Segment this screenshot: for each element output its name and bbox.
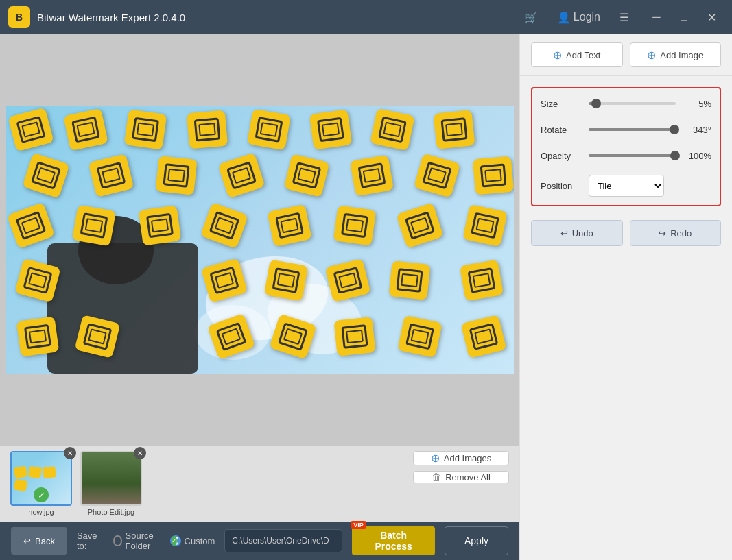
left-panel: ✕ ✓ how.jp — [0, 34, 519, 560]
image-canvas-area — [0, 34, 519, 446]
opacity-control-row: Opacity 100% — [541, 149, 711, 162]
login-button[interactable]: 👤 Login — [553, 8, 604, 27]
add-text-plus-icon: ⊕ — [553, 49, 562, 62]
watermark-tile — [263, 260, 307, 302]
redo-button[interactable]: ↪ Redo — [630, 220, 722, 246]
rotate-track — [589, 128, 676, 131]
back-label: Back — [35, 536, 55, 546]
vip-badge: VIP — [351, 521, 366, 529]
main-image — [6, 106, 514, 374]
add-image-button[interactable]: ⊕ Add Image — [630, 42, 722, 67]
watermark-tile — [71, 205, 115, 247]
login-label: Login — [574, 11, 600, 23]
source-folder-label: Source Folder — [126, 531, 163, 551]
cart-icon: 🛒 — [524, 11, 538, 24]
controls-panel: Size 5% Rotate — [520, 76, 732, 560]
source-folder-radio[interactable] — [113, 535, 121, 546]
rotate-fill — [589, 128, 672, 131]
back-button[interactable]: ↩ Back — [11, 527, 67, 555]
size-thumb[interactable] — [591, 99, 601, 108]
bottom-strip: ✕ ✓ how.jp — [0, 446, 519, 522]
custom-check: ✓ — [172, 536, 177, 546]
source-folder-option[interactable]: Source Folder — [113, 531, 163, 551]
apply-label: Apply — [464, 535, 488, 546]
plus-icon: ⊕ — [431, 452, 440, 465]
app-title: Bitwar Watermark Expert 2.0.4.0 — [37, 12, 520, 23]
maximize-button[interactable]: □ — [672, 5, 696, 29]
user-icon: 👤 — [557, 11, 571, 24]
watermark-tile — [309, 109, 352, 149]
rotate-value: 343° — [683, 125, 711, 135]
rotate-label: Rotate — [541, 125, 582, 135]
watermark-tile — [155, 156, 197, 195]
undo-button[interactable]: ↩ Undo — [531, 220, 623, 246]
thumbnail-label: how.jpg — [10, 508, 72, 516]
watermark-tile — [246, 109, 290, 151]
size-slider[interactable] — [589, 97, 676, 110]
trash-icon: 🗑 — [432, 472, 441, 483]
add-images-button[interactable]: ⊕ Add Images — [413, 451, 509, 465]
thumbnail-label: Photo Edit.jpg — [80, 508, 142, 516]
size-value: 5% — [683, 99, 711, 109]
thumb-close-icon[interactable]: ✕ — [64, 447, 76, 459]
opacity-label: Opacity — [541, 151, 582, 161]
rotate-slider[interactable] — [589, 123, 676, 136]
opacity-track — [589, 154, 676, 157]
opacity-thumb[interactable] — [670, 151, 680, 160]
watermark-tile — [16, 316, 59, 356]
remove-all-label: Remove All — [445, 472, 491, 483]
position-select[interactable]: Tile Center Top Left Top Right Bottom Le… — [589, 175, 664, 197]
redo-icon: ↪ — [659, 228, 666, 239]
add-image-label: Add Image — [660, 50, 703, 60]
position-row: Position Tile Center Top Left Top Right … — [541, 175, 711, 197]
main-layout: ✕ ✓ how.jp — [0, 34, 732, 560]
watermark-tile — [472, 156, 513, 195]
thumb-check-icon: ✓ — [34, 487, 49, 502]
path-input[interactable] — [224, 529, 342, 552]
watermark-tile — [186, 110, 227, 149]
thumbnail-list: ✕ ✓ how.jp — [10, 451, 413, 516]
menu-icon: ☰ — [619, 11, 629, 24]
rotate-thumb[interactable] — [670, 125, 679, 134]
undo-redo-row: ↩ Undo ↪ Redo — [531, 220, 721, 246]
size-control-row: Size 5% — [541, 97, 711, 110]
add-images-label: Add Images — [444, 453, 491, 463]
batch-process-button[interactable]: VIP Batch Process — [352, 526, 435, 555]
window-controls: ─ □ ✕ — [644, 5, 724, 29]
thumbnail-item[interactable]: ✕ ✓ how.jp — [10, 451, 72, 516]
menu-button[interactable]: ☰ — [615, 8, 633, 27]
custom-radio[interactable]: ✓ — [170, 535, 181, 546]
undo-label: Undo — [572, 228, 593, 239]
watermark-tile — [433, 110, 475, 149]
save-options: Source Folder ✓ Custom — [113, 531, 215, 551]
size-track — [589, 102, 676, 105]
add-buttons-row: ⊕ Add Text ⊕ Add Image — [520, 34, 732, 76]
watermark-tile — [138, 205, 181, 245]
custom-label: Custom — [185, 536, 215, 546]
app-logo: B — [8, 6, 30, 28]
watermark-tile — [333, 317, 375, 356]
titlebar: B Bitwar Watermark Expert 2.0.4.0 🛒 👤 Lo… — [0, 0, 732, 34]
apply-button[interactable]: Apply — [445, 526, 508, 555]
watermark-tile — [388, 260, 430, 300]
right-panel: ⊕ Add Text ⊕ Add Image Size — [519, 34, 732, 560]
add-text-button[interactable]: ⊕ Add Text — [531, 42, 623, 67]
opacity-value: 100% — [683, 151, 711, 161]
thumb-close-icon[interactable]: ✕ — [134, 447, 146, 459]
cart-button[interactable]: 🛒 — [520, 8, 542, 27]
thumbnail-item[interactable]: ✕ Photo Edit.jpg — [80, 451, 142, 516]
remove-all-button[interactable]: 🗑 Remove All — [413, 471, 509, 483]
watermark-tile — [333, 205, 376, 245]
watermark-tile — [459, 260, 503, 302]
opacity-fill — [589, 154, 676, 157]
save-to-label: Save to: — [77, 531, 104, 551]
minimize-button[interactable]: ─ — [644, 5, 669, 29]
watermark-tile — [123, 109, 167, 149]
titlebar-actions: 🛒 👤 Login ☰ ─ □ ✕ — [520, 5, 724, 29]
close-button[interactable]: ✕ — [699, 5, 724, 29]
add-image-plus-icon: ⊕ — [647, 49, 656, 62]
opacity-slider[interactable] — [589, 149, 676, 162]
controls-box: Size 5% Rotate — [531, 87, 721, 206]
custom-option[interactable]: ✓ Custom — [170, 535, 215, 546]
thumbnail-image — [80, 451, 142, 506]
